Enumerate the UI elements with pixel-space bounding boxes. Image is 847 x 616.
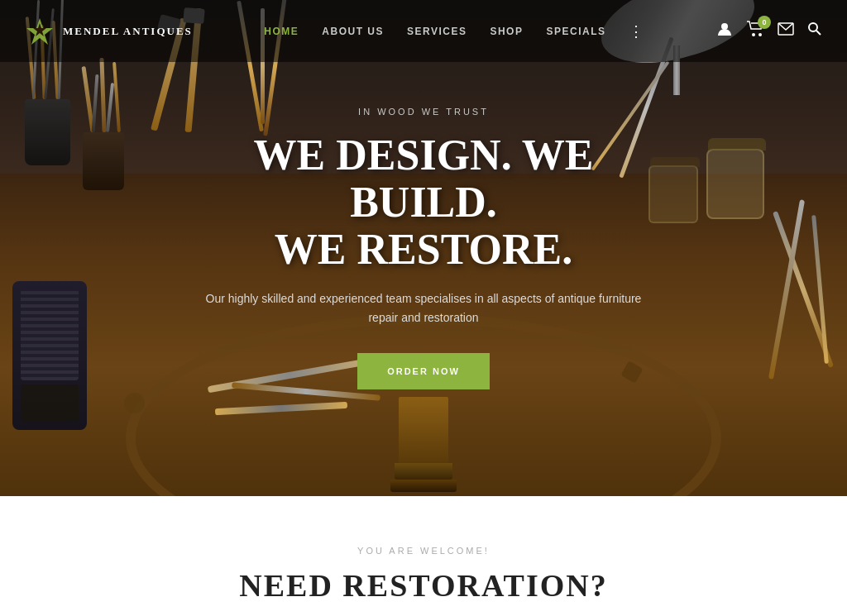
mail-icon[interactable] <box>778 22 794 40</box>
jar-right-1 <box>706 149 764 219</box>
cart-badge: 0 <box>758 16 771 29</box>
hero-title: WE DESIGN. WE BUILD. WE RESTORE. <box>192 131 655 274</box>
nav-specials[interactable]: SPECIALS <box>546 26 605 37</box>
cart-icon[interactable]: 0 <box>746 21 764 41</box>
tool-cup-center-left <box>83 132 124 190</box>
tool-cup-left <box>25 99 70 165</box>
hero-title-line2: WE RESTORE. <box>275 226 572 273</box>
logo-text: MENDEL ANTIQUES <box>63 25 193 38</box>
site-header: MENDEL ANTIQUES HOME ABOUT US SERVICES S… <box>0 0 847 62</box>
svg-point-4 <box>758 33 762 36</box>
nav-services[interactable]: SERVICES <box>407 26 467 37</box>
nav-about[interactable]: ABOUT US <box>322 26 384 37</box>
item-ring-2 <box>124 393 145 413</box>
header-actions: 0 <box>716 21 822 41</box>
below-hero-section: YOU ARE WELCOME! NEED RESTORATION? <box>0 496 847 616</box>
below-hero-subtitle: YOU ARE WELCOME! <box>17 546 830 556</box>
svg-point-6 <box>809 23 817 31</box>
nav-home[interactable]: HOME <box>264 26 299 37</box>
nav-shop[interactable]: SHOP <box>490 26 523 37</box>
svg-point-3 <box>752 33 755 36</box>
below-hero-title: NEED RESTORATION? <box>17 567 830 604</box>
logo-icon <box>25 17 55 46</box>
logo-area[interactable]: MENDEL ANTIQUES <box>25 17 193 46</box>
hero-subtitle: IN WOOD WE TRUST <box>192 107 655 117</box>
center-wood-stamp <box>390 397 457 496</box>
svg-line-7 <box>816 31 821 35</box>
order-now-button[interactable]: ORDER NOW <box>357 353 490 389</box>
hero-title-line1: WE DESIGN. WE BUILD. <box>254 131 594 226</box>
hero-section: IN WOOD WE TRUST WE DESIGN. WE BUILD. WE… <box>0 0 847 496</box>
more-menu-button[interactable]: ⋮ <box>629 22 644 41</box>
hero-content: IN WOOD WE TRUST WE DESIGN. WE BUILD. WE… <box>175 107 672 389</box>
svg-point-2 <box>721 23 728 30</box>
search-icon[interactable] <box>807 21 822 41</box>
drill-pack <box>12 281 87 430</box>
account-icon[interactable] <box>716 21 733 41</box>
hero-description: Our highly skilled and experienced team … <box>192 289 655 327</box>
main-nav: HOME ABOUT US SERVICES SHOP SPECIALS ⋮ <box>264 22 644 41</box>
